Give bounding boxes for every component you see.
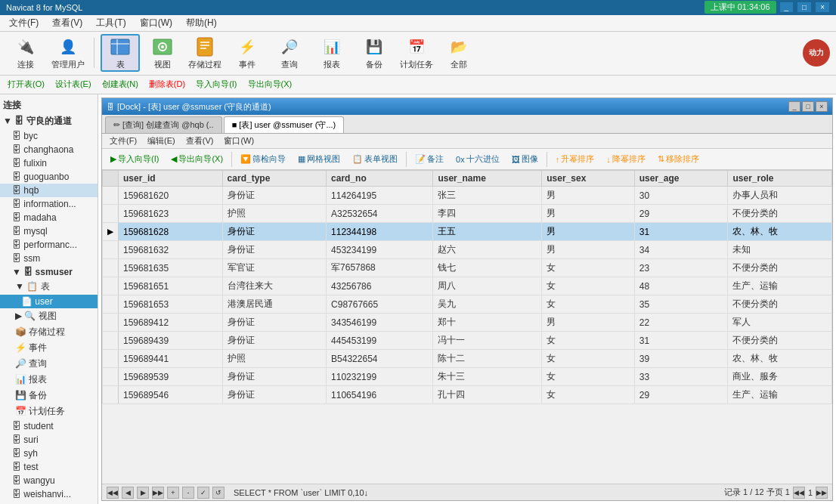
- export-wizard-sub-btn[interactable]: ◀ 导出向导(X): [166, 151, 228, 167]
- remove-sort-btn[interactable]: ⇅ 移除排序: [652, 151, 704, 167]
- table-row[interactable]: 159681635军官证军7657868钱七女23不便分类的: [103, 259, 832, 277]
- sub-window-minimize[interactable]: _: [788, 101, 800, 112]
- sort-asc-btn[interactable]: ↑ 升幂排序: [550, 151, 600, 167]
- sidebar-item-test[interactable]: 🗄 test: [0, 460, 98, 474]
- create-table-btn[interactable]: 创建表(N): [98, 77, 143, 91]
- sub-window-maximize[interactable]: □: [802, 101, 814, 112]
- sidebar-item-weishanyi[interactable]: 🗄 weishanvi...: [0, 487, 98, 501]
- sidebar-item-storedproc[interactable]: 📦 存储过程: [0, 324, 98, 340]
- col-header-user-age[interactable]: user_age: [634, 171, 728, 187]
- inner-menu-edit[interactable]: 编辑(E): [143, 135, 180, 147]
- hex-btn[interactable]: 0x 十六进位: [451, 151, 505, 167]
- col-header-user-sex[interactable]: user_sex: [542, 171, 634, 187]
- toolbar-stored-proc[interactable]: 存储过程: [185, 34, 224, 72]
- nav-add-btn[interactable]: +: [167, 487, 179, 499]
- table-row[interactable]: 159689441护照B54322654陈十二女39农、林、牧: [103, 350, 832, 368]
- inner-menu-view[interactable]: 查看(V): [181, 135, 218, 147]
- col-header-card-type[interactable]: card_type: [222, 171, 326, 187]
- table-row[interactable]: 159689539身份证110232199朱十三女33商业、服务: [103, 368, 832, 386]
- sort-desc-btn[interactable]: ↓ 降幂排序: [601, 151, 651, 167]
- sub-window-close[interactable]: ×: [816, 101, 828, 112]
- status-nav-left[interactable]: ◀◀: [793, 487, 805, 499]
- sidebar-item-changhaona[interactable]: 🗄 changhaona: [0, 143, 98, 156]
- sidebar-item-view[interactable]: ▶ 🔍 视图: [0, 308, 98, 324]
- col-header-user-name[interactable]: user_name: [433, 171, 542, 187]
- inner-menu-file[interactable]: 文件(F): [105, 135, 141, 147]
- sidebar-item-byc[interactable]: 🗄 byc: [0, 129, 98, 143]
- sidebar-item-student[interactable]: 🗄 student: [0, 419, 98, 433]
- sidebar-item-user-table[interactable]: 📄 user: [0, 295, 98, 308]
- sidebar-item-wangyu[interactable]: 🗄 wangyu: [0, 474, 98, 487]
- sidebar-item-performance[interactable]: 🗄 performanc...: [0, 238, 98, 252]
- sidebar-item-madaha[interactable]: 🗄 madaha: [0, 211, 98, 224]
- sidebar-item-backup[interactable]: 💾 备份: [0, 388, 98, 404]
- sidebar-item-hqb[interactable]: 🗄 hqb: [0, 184, 98, 197]
- toolbar-all[interactable]: 📂 全部: [439, 34, 478, 72]
- status-nav-right[interactable]: ▶▶: [816, 487, 828, 499]
- tab-query[interactable]: ✏ [查询] 创建查询 @hqb (..: [105, 116, 222, 133]
- col-header-card-no[interactable]: card_no: [327, 171, 433, 187]
- table-row[interactable]: 159689546身份证110654196孔十四女29生产、运输: [103, 386, 832, 404]
- delete-table-btn[interactable]: 删除表(D): [144, 77, 190, 91]
- nav-prev-btn[interactable]: ◀: [122, 487, 134, 499]
- nav-last-btn[interactable]: ▶▶: [152, 487, 164, 499]
- image-btn[interactable]: 🖼 图像: [506, 151, 543, 167]
- menu-file[interactable]: 文件(F): [3, 15, 45, 31]
- filter-wizard-btn[interactable]: 🔽 筛检向导: [235, 151, 291, 167]
- menu-help[interactable]: 帮助(H): [180, 15, 223, 31]
- sidebar-item-event[interactable]: ⚡ 事件: [0, 340, 98, 356]
- table-row[interactable]: 159681653港澳居民通C98767665吴九女35不便分类的: [103, 295, 832, 314]
- sidebar-item-fulixin[interactable]: 🗄 fulixin: [0, 156, 98, 170]
- export-wizard-btn[interactable]: 导出向导(X): [243, 77, 297, 91]
- menu-window[interactable]: 窗口(W): [134, 15, 178, 31]
- toolbar-backup[interactable]: 💾 备份: [355, 34, 394, 72]
- toolbar-query[interactable]: 🔎 查询: [270, 34, 309, 72]
- nav-delete-btn[interactable]: -: [182, 487, 194, 499]
- form-view-btn[interactable]: 📋 表单视图: [347, 151, 403, 167]
- notes-btn[interactable]: 📝 备注: [410, 151, 449, 167]
- table-row[interactable]: ▶159681628身份证112344198王五男31农、林、牧: [103, 223, 832, 241]
- nav-next-btn[interactable]: ▶: [137, 487, 149, 499]
- grid-view-btn[interactable]: ▦ 网格视图: [293, 151, 345, 167]
- col-header-user-role[interactable]: user_role: [728, 171, 832, 187]
- toolbar-scheduled-task[interactable]: 📅 计划任务: [397, 34, 436, 72]
- toolbar-connect[interactable]: 🔌 连接: [6, 34, 45, 72]
- sidebar-item-report[interactable]: 📊 报表: [0, 372, 98, 388]
- open-table-btn[interactable]: 打开表(O): [3, 77, 49, 91]
- menu-tools[interactable]: 工具(T): [90, 15, 132, 31]
- sidebar-item-guoguanbo[interactable]: 🗄 guoguanbo: [0, 170, 98, 184]
- minimize-button[interactable]: _: [779, 2, 794, 13]
- sidebar-item-scheduletask[interactable]: 📅 计划任务: [0, 404, 98, 419]
- menu-view[interactable]: 查看(V): [46, 15, 88, 31]
- table-row[interactable]: 159681623护照A32532654李四男29不便分类的: [103, 205, 832, 223]
- sidebar-item-ssmuser[interactable]: ▼ 🗄 ssmuser: [0, 265, 98, 279]
- nav-first-btn[interactable]: ◀◀: [107, 487, 119, 499]
- table-row[interactable]: 159681651台湾往来大43256786周八女48生产、运输: [103, 277, 832, 295]
- design-table-btn[interactable]: 设计表(E): [51, 77, 96, 91]
- nav-confirm-btn[interactable]: ✓: [197, 487, 209, 499]
- table-row[interactable]: 159689412身份证343546199郑十男22军人: [103, 314, 832, 332]
- toolbar-event[interactable]: ⚡ 事件: [228, 34, 267, 72]
- col-header-user-id[interactable]: user_id: [119, 171, 223, 187]
- sidebar-item-table-group[interactable]: ▼ 📋 表: [0, 279, 98, 295]
- toolbar-report[interactable]: 📊 报表: [312, 34, 351, 72]
- table-row[interactable]: 159681620身份证114264195张三男30办事人员和: [103, 187, 832, 205]
- toolbar-view[interactable]: 视图: [143, 34, 182, 72]
- maximize-button[interactable]: □: [797, 2, 812, 13]
- sidebar-item-syh[interactable]: 🗄 syh: [0, 447, 98, 460]
- import-wizard-sub-btn[interactable]: ▶ 导入向导(I): [105, 151, 164, 167]
- import-wizard-btn[interactable]: 导入向导(I): [191, 77, 241, 91]
- sidebar-item-shuliangdetongdao[interactable]: ▼ 🗄 守良的通道: [0, 113, 98, 129]
- sidebar-item-suri[interactable]: 🗄 suri: [0, 433, 98, 447]
- tab-table[interactable]: ■ [表] user @ssmuser (守...): [224, 116, 345, 133]
- sidebar-item-information[interactable]: 🗄 information...: [0, 197, 98, 211]
- nav-refresh-btn[interactable]: ↺: [212, 487, 224, 499]
- toolbar-table[interactable]: 表: [101, 34, 140, 72]
- table-row[interactable]: 159681632身份证453234199赵六男34未知: [103, 241, 832, 259]
- sidebar-item-ssm[interactable]: 🗄 ssm: [0, 252, 98, 265]
- table-row[interactable]: 159689439身份证445453199冯十一女31不便分类的: [103, 332, 832, 350]
- sidebar-item-mysql[interactable]: 🗄 mysql: [0, 224, 98, 238]
- inner-menu-window[interactable]: 窗口(W): [219, 135, 259, 147]
- toolbar-manage-users[interactable]: 👤 管理用户: [48, 34, 88, 72]
- sidebar-item-query[interactable]: 🔎 查询: [0, 356, 98, 372]
